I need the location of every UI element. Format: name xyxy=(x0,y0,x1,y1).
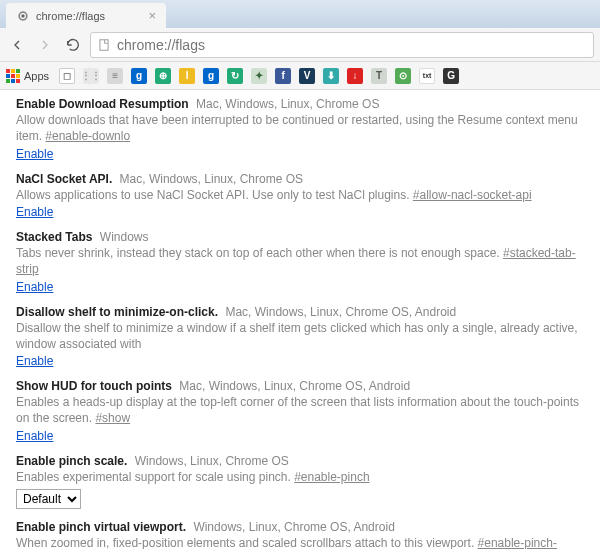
flag-platforms: Windows, Linux, Chrome OS xyxy=(131,454,288,468)
flag-description: When zoomed in, fixed-position elements … xyxy=(16,535,584,549)
flag-platforms: Windows xyxy=(96,230,148,244)
flag-platforms: Mac, Windows, Linux, Chrome OS, Android xyxy=(222,305,456,319)
bookmark-bar: Apps ◻ ⋮⋮ ≡ g ⊕ I g ↻ ✦ f V ⬇ ↓ T ⊙ txt … xyxy=(0,62,600,90)
flags-list: Enable Download Resumption Mac, Windows,… xyxy=(0,90,600,549)
flag-item: Disallow shelf to minimize-on-click. Mac… xyxy=(0,298,600,373)
bookmark-icon[interactable]: I xyxy=(179,68,195,84)
bookmark-icon[interactable]: ↓ xyxy=(347,68,363,84)
flag-platforms: Mac, Windows, Linux, Chrome OS xyxy=(116,172,303,186)
flag-anchor-link[interactable]: #enable-pinch xyxy=(294,470,369,484)
omnibox[interactable] xyxy=(90,32,594,58)
flag-platforms: Mac, Windows, Linux, Chrome OS, Android xyxy=(176,379,410,393)
flag-description: Disallow the shelf to minimize a window … xyxy=(16,320,584,352)
bookmark-icon[interactable]: ◻ xyxy=(59,68,75,84)
flag-name: Enable pinch scale. xyxy=(16,454,127,468)
bookmark-icon[interactable]: ⋮⋮ xyxy=(83,68,99,84)
flag-name: Enable Download Resumption xyxy=(16,97,189,111)
bookmark-icon[interactable]: ⊙ xyxy=(395,68,411,84)
apps-button[interactable]: Apps xyxy=(6,69,49,83)
bookmark-icon[interactable]: G xyxy=(443,68,459,84)
url-input[interactable] xyxy=(117,37,587,53)
flag-description: Allow downloads that have been interrupt… xyxy=(16,112,584,144)
flag-platforms: Windows, Linux, Chrome OS, Android xyxy=(190,520,395,534)
flag-enable-link[interactable]: Enable xyxy=(16,280,53,294)
flag-select[interactable]: Default xyxy=(16,489,81,509)
flag-description: Tabs never shrink, instead they stack on… xyxy=(16,245,584,277)
bookmark-icon[interactable]: ⊕ xyxy=(155,68,171,84)
bookmark-icon[interactable]: T xyxy=(371,68,387,84)
flag-platforms: Mac, Windows, Linux, Chrome OS xyxy=(193,97,380,111)
tab-bar: chrome://flags × xyxy=(0,0,600,28)
flag-item: Stacked Tabs WindowsTabs never shrink, i… xyxy=(0,223,600,298)
flag-anchor-link[interactable]: #allow-nacl-socket-api xyxy=(413,188,532,202)
flag-item: Show HUD for touch points Mac, Windows, … xyxy=(0,372,600,447)
flag-description: Enables experimental support for scale u… xyxy=(16,469,584,485)
tab-title: chrome://flags xyxy=(36,10,105,22)
flag-name: NaCl Socket API. xyxy=(16,172,112,186)
bookmark-icon[interactable]: f xyxy=(275,68,291,84)
bookmark-icon[interactable]: ⬇ xyxy=(323,68,339,84)
bookmark-icon[interactable]: txt xyxy=(419,68,435,84)
bookmark-icon[interactable]: ↻ xyxy=(227,68,243,84)
apps-label: Apps xyxy=(24,70,49,82)
flag-anchor-link[interactable]: #enable-downlo xyxy=(45,129,130,143)
bookmark-icon[interactable]: ✦ xyxy=(251,68,267,84)
flags-favicon-icon xyxy=(16,9,30,23)
flag-name: Show HUD for touch points xyxy=(16,379,172,393)
flag-name: Disallow shelf to minimize-on-click. xyxy=(16,305,218,319)
reload-button[interactable] xyxy=(62,34,84,56)
flag-enable-link[interactable]: Enable xyxy=(16,429,53,443)
back-button[interactable] xyxy=(6,34,28,56)
flag-enable-link[interactable]: Enable xyxy=(16,147,53,161)
flag-enable-link[interactable]: Enable xyxy=(16,354,53,368)
forward-button[interactable] xyxy=(34,34,56,56)
svg-point-2 xyxy=(21,14,25,18)
flag-name: Enable pinch virtual viewport. xyxy=(16,520,186,534)
flag-item: Enable pinch virtual viewport. Windows, … xyxy=(0,513,600,549)
flag-description: Allows applications to use NaCl Socket A… xyxy=(16,187,584,203)
bookmark-icon[interactable]: g xyxy=(203,68,219,84)
close-icon[interactable]: × xyxy=(148,8,156,23)
apps-icon xyxy=(6,69,20,83)
bookmark-icon[interactable]: ≡ xyxy=(107,68,123,84)
bookmark-icon[interactable]: V xyxy=(299,68,315,84)
flag-anchor-link[interactable]: #show xyxy=(95,411,130,425)
flag-item: NaCl Socket API. Mac, Windows, Linux, Ch… xyxy=(0,165,600,223)
toolbar xyxy=(0,28,600,62)
browser-tab[interactable]: chrome://flags × xyxy=(6,3,166,28)
flag-item: Enable Download Resumption Mac, Windows,… xyxy=(0,90,600,165)
bookmark-icon[interactable]: g xyxy=(131,68,147,84)
flag-name: Stacked Tabs xyxy=(16,230,92,244)
flag-enable-link[interactable]: Enable xyxy=(16,205,53,219)
bookmark-icons: ◻ ⋮⋮ ≡ g ⊕ I g ↻ ✦ f V ⬇ ↓ T ⊙ txt G xyxy=(59,68,459,84)
flag-item: Enable pinch scale. Windows, Linux, Chro… xyxy=(0,447,600,513)
flag-description: Enables a heads-up display at the top-le… xyxy=(16,394,584,426)
page-icon xyxy=(97,38,111,52)
